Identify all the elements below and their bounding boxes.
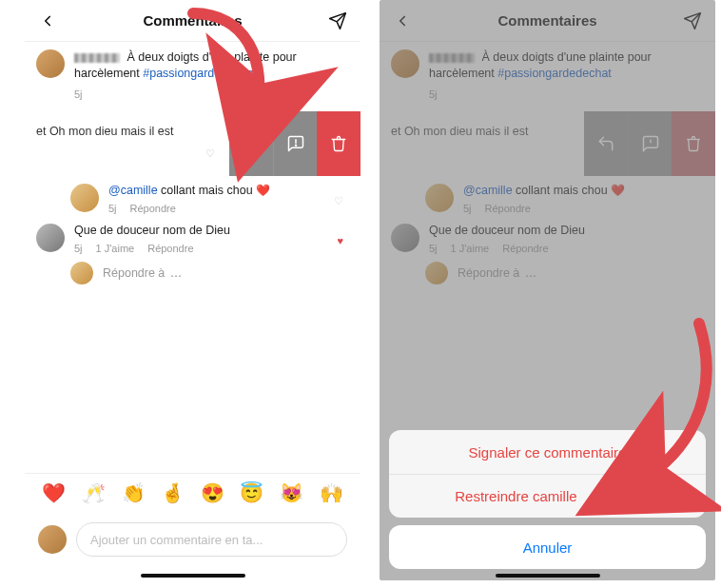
original-post: À deux doigts d'une plainte pour harcèle… [25, 42, 360, 106]
emoji-clap[interactable]: 👏 [122, 481, 146, 504]
emoji-hearts-eyes[interactable]: 😍 [201, 481, 224, 504]
like-icon[interactable]: ♡ [334, 195, 343, 207]
emoji-quick-bar: ❤️ 🥂 👏 🤞 😍 😇 😻 🙌 [25, 473, 360, 512]
comment-text: Que de douceur nom de Dieu [74, 224, 230, 237]
comment-input[interactable]: Ajouter un commentaire en ta... [76, 522, 347, 557]
comment-2: Que de douceur nom de Dieu 5j 1 J'aime R… [25, 216, 360, 256]
cancel-button[interactable]: Annuler [389, 525, 706, 569]
report-comment-button[interactable]: Signaler ce commentaire [389, 430, 706, 474]
comment-reply-1: @camille collant mais chou ❤️ 5j Répondr… [25, 176, 360, 216]
reply-input-row[interactable]: Répondre à … [25, 256, 360, 290]
screen-action-sheet: Commentaires À deux doigts d'une plainte… [380, 0, 715, 580]
home-indicator [496, 574, 600, 578]
action-sheet: Signaler ce commentaire Restreindre cami… [389, 430, 706, 569]
emoji-cat[interactable]: 😻 [280, 481, 303, 504]
like-icon[interactable]: ♡ [205, 147, 215, 160]
home-indicator [141, 574, 245, 578]
post-age: 5j [74, 88, 83, 102]
back-button[interactable] [36, 10, 59, 32]
swipe-actions [229, 111, 360, 176]
comment-age: 5j [74, 243, 83, 254]
avatar [38, 525, 67, 554]
page-title: Commentaires [143, 12, 242, 29]
avatar[interactable] [36, 224, 65, 252]
avatar [70, 262, 93, 284]
emoji-clink[interactable]: 🥂 [82, 481, 106, 504]
svg-point-1 [295, 145, 296, 146]
reply-link[interactable]: Répondre [130, 203, 176, 214]
reply-link[interactable]: Répondre [147, 243, 193, 254]
comment-age: 5j [108, 203, 117, 214]
comment-text: collant mais chou [161, 184, 256, 197]
hashtag[interactable]: #passiongardedechat [143, 67, 257, 80]
heart-emoji: ❤️ [256, 184, 270, 197]
restrict-user-button[interactable]: Restreindre camille [389, 474, 706, 518]
reply-action[interactable] [229, 111, 273, 176]
header: Commentaires [25, 0, 360, 42]
like-count[interactable]: 1 J'aime [96, 243, 135, 254]
swiped-comment-row[interactable]: et Oh mon dieu mais il est ♡ [25, 111, 360, 176]
swiped-comment-text: et Oh mon dieu mais il est ♡ [25, 125, 224, 138]
emoji-heart[interactable]: ❤️ [42, 481, 66, 504]
delete-action[interactable] [317, 111, 360, 176]
report-action[interactable] [273, 111, 317, 176]
username-blurred[interactable] [74, 53, 120, 63]
reply-to-label: Répondre à … [103, 266, 182, 280]
avatar[interactable] [36, 49, 65, 78]
emoji-halo[interactable]: 😇 [240, 481, 263, 504]
screen-swipe-actions: Commentaires À deux doigts d'une plainte… [25, 0, 360, 580]
mention[interactable]: @camille [108, 184, 158, 197]
avatar[interactable] [70, 184, 99, 212]
emoji-hands[interactable]: 🙌 [320, 481, 343, 504]
emoji-fingers[interactable]: 🤞 [161, 481, 185, 504]
direct-message-button[interactable] [326, 10, 349, 32]
comment-input-bar: Ajouter un commentaire en ta... [25, 516, 360, 563]
like-icon[interactable]: ♥ [337, 235, 343, 246]
